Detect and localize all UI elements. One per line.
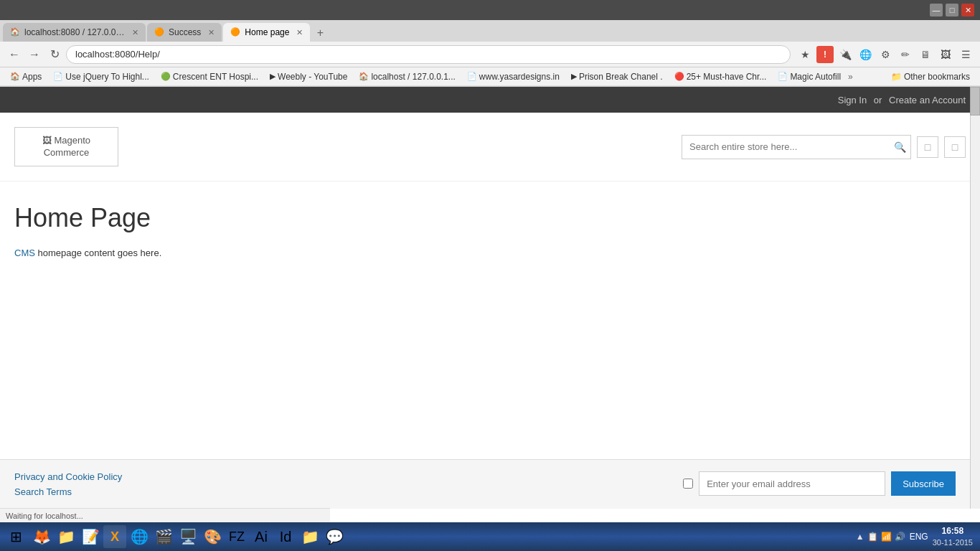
newsletter-checkbox[interactable] [683,479,693,489]
close-button[interactable]: ✕ [961,4,974,17]
magic-favicon: 📄 [778,72,788,81]
bookmark-more: » [848,72,853,82]
taskbar-skype[interactable]: 💬 [323,525,346,548]
search-button[interactable]: 🔍 [889,136,910,158]
bookmark-other[interactable]: 📁 Other bookmarks [887,70,974,83]
ext3-button[interactable]: ⚙ [877,46,894,63]
taskbar-notepad[interactable]: 📝 [79,525,102,548]
footer: Privacy and Cookie Policy Search Terms S… [0,459,970,509]
status-bar: Waiting for localhost... [0,508,330,522]
tab-favicon-1: 🏠 [10,27,20,37]
tab-title-3: Home page [245,27,289,37]
privacy-link[interactable]: Privacy and Cookie Policy [14,471,122,482]
taskbar-sys-icons: ▲ 📋 📶 🔊 [856,532,905,542]
taskbar-photoshop[interactable]: 🎨 [201,525,224,548]
bookmark-apps-label: Apps [22,72,42,82]
sys-icon3[interactable]: 🔊 [895,532,905,542]
search-input[interactable] [682,141,889,152]
ext5-button[interactable]: 🖥 [917,46,934,63]
nav-icons: ★ ! 🔌 🌐 ⚙ ✏ 🖥 🖼 ☰ [796,46,974,63]
browser-tab-3[interactable]: 🟠 Home page ✕ [223,23,310,42]
taskbar-indesign[interactable]: Id [274,525,297,548]
start-button[interactable]: ⊞ [3,524,29,550]
subscribe-button[interactable]: Subscribe [891,471,956,496]
browser-tab-2[interactable]: 🟠 Success ✕ [147,23,222,42]
new-tab-button[interactable]: + [311,24,329,42]
taskbar-folder[interactable]: 📁 [55,525,77,548]
search-area: 🔍 □ □ [682,135,966,159]
ext4-button[interactable]: ✏ [897,46,914,63]
sys-icon2[interactable]: 📶 [881,532,892,542]
sys-up-icon[interactable]: ▲ [856,532,864,542]
bookmark-localhost[interactable]: 🏠 localhost / 127.0.0.1... [354,70,459,83]
tab-close-3[interactable]: ✕ [296,28,303,37]
taskbar: ⊞ 🦊 📁 📝 X 🌐 🎬 🖥️ 🎨 FZ Ai Id 📁 💬 ▲ 📋 📶 🔊 … [0,522,980,551]
sign-in-link[interactable]: Sign In [838,95,867,105]
tab-bar: 🏠 localhost:8080 / 127.0.0.1 ... ✕ 🟠 Suc… [0,20,980,42]
localhost-favicon: 🏠 [359,72,369,81]
bookmark-crescent-label: Crescent ENT Hospi... [173,72,258,82]
taskbar-chrome[interactable]: 🌐 [128,525,151,548]
taskbar-firefox[interactable]: 🦊 [30,525,53,548]
tab-favicon-2: 🟠 [154,27,164,37]
minimize-button[interactable]: — [930,4,943,17]
newsletter-email-input[interactable] [699,471,885,496]
forward-button[interactable]: → [26,46,43,63]
window-controls[interactable]: — □ ✕ [930,4,974,17]
ext2-button[interactable]: 🌐 [857,46,874,63]
bookmark-localhost-label: localhost / 127.0.0.1... [371,72,455,82]
chrome-favicon: 🔴 [674,72,684,81]
status-text: Waiting for localhost... [6,512,83,520]
bookmark-yasardesigns[interactable]: 📄 www.yasardesigns.in [463,70,564,83]
main-content: Home Page CMS homepage content goes here… [0,182,980,280]
browser-tab-1[interactable]: 🏠 localhost:8080 / 127.0.0.1 ... ✕ [3,23,146,42]
top-header: Sign In or Create an Account [0,87,980,113]
bookmark-star-button[interactable]: ★ [796,46,814,63]
main-header: 🖼 Magento Commerce 🔍 □ □ [0,113,980,182]
tab-favicon-3: 🟠 [230,27,240,37]
apps-favicon: 🏠 [10,72,20,81]
ext1-button[interactable]: 🔌 [837,46,854,63]
bookmark-mustchrome[interactable]: 🔴 25+ Must-have Chr... [670,70,771,83]
ext6-button[interactable]: 🖼 [937,46,954,63]
bookmark-crescent[interactable]: 🟢 Crescent ENT Hospi... [156,70,263,83]
taskbar-notepad2[interactable]: 🖥️ [176,525,199,548]
scroll-track[interactable] [970,87,980,509]
site-logo[interactable]: 🖼 Magento Commerce [14,127,118,166]
bookmark-jquery[interactable]: 📄 Use jQuery To Highl... [49,70,154,83]
cart-button[interactable]: □ [917,136,938,158]
bookmark-apps[interactable]: 🏠 Apps [6,70,46,83]
sys-icon1[interactable]: 📋 [867,532,878,542]
taskbar-filezilla[interactable]: FZ [225,525,248,548]
taskbar-clock[interactable]: 16:58 30-11-2015 [933,526,973,547]
scroll-thumb[interactable] [970,87,980,116]
extensions-button[interactable]: ! [816,46,834,63]
wishlist-button[interactable]: □ [944,136,966,158]
tab-title-1: localhost:8080 / 127.0.0.1 ... [24,27,125,37]
cms-link[interactable]: CMS [14,248,35,258]
menu-button[interactable]: ☰ [957,46,974,63]
create-account-link[interactable]: Create an Account [889,95,966,105]
address-bar[interactable]: localhost:8080/Help/ [66,45,791,64]
taskbar-date-display: 30-11-2015 [933,537,973,547]
taskbar-illustrator[interactable]: Ai [250,525,273,548]
tab-close-1[interactable]: ✕ [132,28,138,37]
refresh-button[interactable]: ↻ [46,46,63,63]
taskbar-lang: ENG [910,532,928,542]
bookmark-jquery-label: Use jQuery To Highl... [65,72,149,82]
maximize-button[interactable]: □ [946,4,958,17]
tab-close-2[interactable]: ✕ [208,28,215,37]
title-bar: — □ ✕ [0,0,980,20]
search-bar: 🔍 [682,135,911,159]
search-terms-link[interactable]: Search Terms [14,486,122,497]
top-header-links: Sign In or Create an Account [838,95,966,105]
back-button[interactable]: ← [6,46,23,63]
bookmark-magic[interactable]: 📄 Magic Autofill [773,70,845,83]
taskbar-xampp[interactable]: X [103,525,126,548]
logo-line1: 🖼 Magento [42,135,90,147]
bookmark-weebly[interactable]: ▶ Weebly - YouTube [265,70,352,83]
bookmark-prisonbreak[interactable]: ▶ Prison Break Chanel . [567,70,667,83]
taskbar-explorer[interactable]: 📁 [298,525,321,548]
footer-newsletter: Subscribe [683,471,956,496]
taskbar-vlc[interactable]: 🎬 [152,525,175,548]
